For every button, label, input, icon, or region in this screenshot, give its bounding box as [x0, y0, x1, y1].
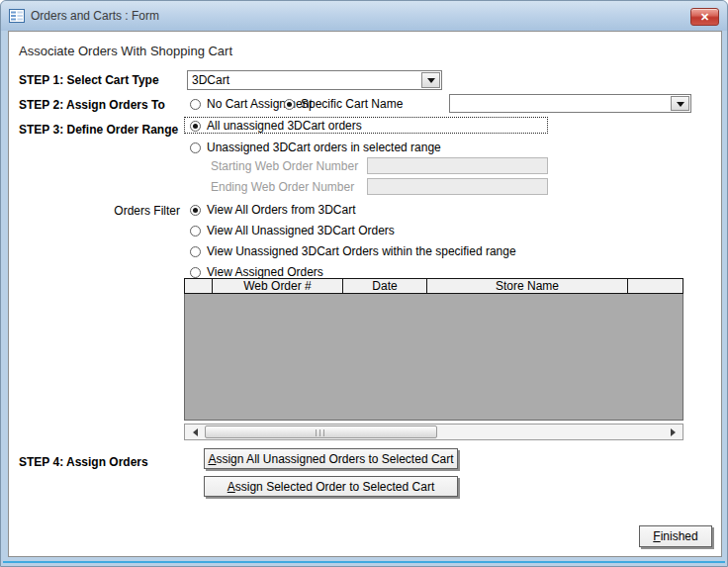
cart-type-value: 3DCart: [192, 73, 229, 87]
step4-label: STEP 4: Assign Orders: [19, 455, 148, 469]
radio-label: All unassigned 3DCart orders: [207, 119, 362, 133]
radio-icon: [190, 121, 201, 132]
step2-label: STEP 2: Assign Orders To: [19, 98, 165, 112]
radio-icon: [190, 226, 201, 236]
radio-specific-cart-name[interactable]: Specific Cart Name: [284, 96, 403, 112]
specific-cart-combobox[interactable]: [449, 94, 691, 113]
horizontal-scrollbar[interactable]: [184, 424, 683, 440]
radio-label: View All Orders from 3DCart: [207, 203, 356, 217]
chevron-down-icon: [677, 102, 684, 111]
radio-icon: [190, 99, 201, 110]
close-icon: ✕: [700, 12, 709, 23]
form-body: Associate Orders With Shopping Cart STEP…: [8, 31, 722, 557]
radio-orders-in-range[interactable]: Unassigned 3DCart orders in selected ran…: [190, 140, 441, 155]
radio-label: Unassigned 3DCart orders in selected ran…: [207, 141, 441, 154]
assign-all-unassigned-label: Assign All Unassigned Orders to Selected…: [208, 452, 453, 466]
finished-button[interactable]: Finished: [639, 525, 712, 547]
column-header-date[interactable]: Date: [343, 279, 427, 293]
orders-filter-label: Orders Filter: [19, 204, 180, 218]
radio-view-unassigned-in-range[interactable]: View Unassigned 3DCart Orders within the…: [190, 243, 516, 259]
titlebar[interactable]: Orders and Carts : Form ✕: [1, 1, 727, 31]
radio-view-all-unassigned[interactable]: View All Unassigned 3DCart Orders: [190, 223, 395, 238]
radio-icon: [190, 246, 201, 257]
close-button[interactable]: ✕: [690, 8, 719, 26]
radio-all-unassigned-orders[interactable]: All unassigned 3DCart orders: [190, 118, 362, 134]
radio-label: Specific Cart Name: [301, 97, 403, 111]
step1-label: STEP 1: Select Cart Type: [19, 73, 159, 87]
radio-label: View All Unassigned 3DCart Orders: [207, 224, 395, 237]
form-icon[interactable]: [9, 9, 25, 23]
radio-label: View Assigned Orders: [207, 265, 323, 279]
starting-order-input: [367, 157, 548, 174]
orders-table-body: [184, 294, 683, 421]
radio-label: View Unassigned 3DCart Orders within the…: [207, 244, 516, 258]
column-header-store-name[interactable]: Store Name: [427, 279, 628, 293]
starting-order-label: Starting Web Order Number: [211, 159, 358, 173]
window-title: Orders and Carts : Form: [31, 9, 159, 23]
specific-cart-dropdown-button[interactable]: [671, 96, 689, 111]
radio-icon: [190, 267, 201, 278]
scrollbar-thumb[interactable]: [205, 425, 437, 438]
radio-icon: [190, 142, 201, 153]
finished-label: Finished: [653, 529, 697, 543]
step3-label: STEP 3: Define Order Range: [19, 123, 178, 137]
radio-view-all-orders[interactable]: View All Orders from 3DCart: [190, 202, 356, 218]
orders-table-header: Web Order # Date Store Name: [184, 278, 683, 294]
page-title: Associate Orders With Shopping Cart: [19, 44, 232, 58]
scroll-right-button[interactable]: [668, 425, 682, 439]
radio-icon: [284, 99, 295, 110]
assign-all-unassigned-button[interactable]: Assign All Unassigned Orders to Selected…: [204, 448, 458, 469]
chevron-down-icon: [427, 78, 435, 87]
radio-icon: [190, 205, 201, 216]
column-header-extra[interactable]: [628, 279, 682, 293]
cart-type-combobox[interactable]: 3DCart: [187, 70, 442, 90]
app-window: Orders and Carts : Form ✕ Associate Orde…: [0, 0, 728, 567]
ending-order-label: Ending Web Order Number: [211, 180, 354, 194]
column-header-web-order[interactable]: Web Order #: [213, 279, 343, 293]
cart-type-dropdown-button[interactable]: [421, 72, 440, 88]
ending-order-input: [367, 178, 548, 195]
scroll-left-icon: [189, 428, 198, 436]
assign-selected-button[interactable]: Assign Selected Order to Selected Cart: [204, 476, 458, 497]
column-header-selector[interactable]: [185, 279, 213, 293]
scroll-left-button[interactable]: [186, 425, 200, 439]
assign-selected-label: Assign Selected Order to Selected Cart: [228, 480, 434, 494]
scroll-right-icon: [671, 428, 680, 436]
